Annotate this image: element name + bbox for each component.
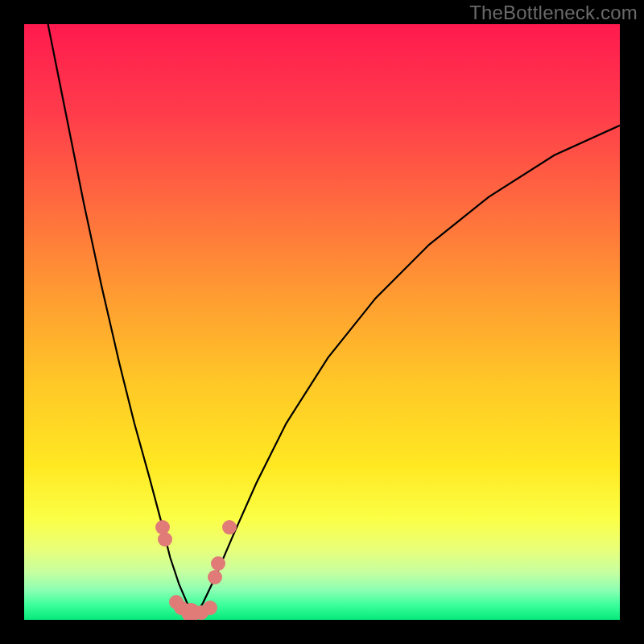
data-marker — [158, 532, 172, 547]
plot-area — [24, 24, 620, 620]
data-marker — [203, 601, 217, 615]
bottleneck-curve-svg — [24, 24, 620, 620]
chart-frame: TheBottleneck.com — [0, 0, 644, 644]
watermark-text: TheBottleneck.com — [469, 2, 638, 24]
data-marker — [222, 520, 237, 535]
gradient-background — [24, 24, 620, 620]
data-marker — [208, 570, 222, 584]
data-marker — [211, 556, 225, 571]
